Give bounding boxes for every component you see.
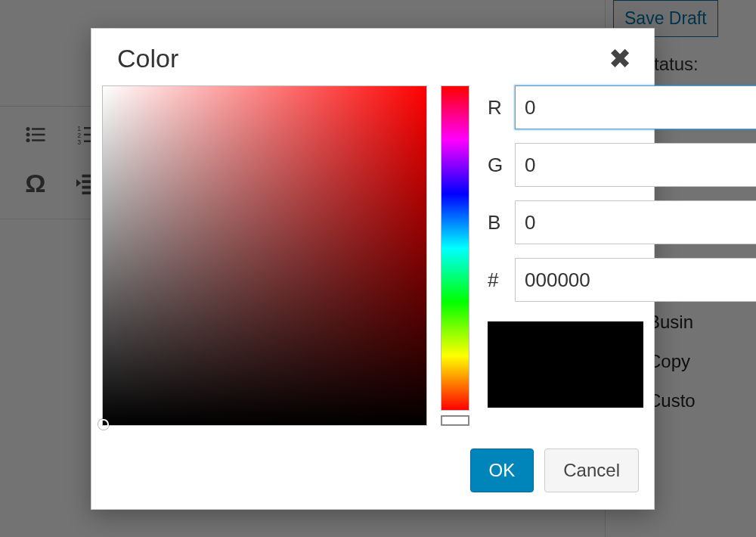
cancel-button[interactable]: Cancel (544, 449, 639, 492)
sv-cursor[interactable] (98, 419, 109, 430)
b-label: B (488, 211, 504, 234)
r-label: R (488, 96, 504, 120)
b-input[interactable] (515, 200, 756, 244)
dialog-title: Color (117, 44, 178, 73)
color-preview-swatch (488, 321, 643, 408)
dialog-header: Color ✖ (91, 29, 654, 85)
close-icon[interactable]: ✖ (609, 45, 631, 73)
color-inputs: R G B # (488, 85, 643, 408)
dialog-footer: OK Cancel (91, 435, 654, 509)
hex-label: # (488, 268, 504, 292)
hue-indicator (441, 415, 469, 426)
color-picker-dialog: Color ✖ R G B # (91, 28, 655, 510)
hue-slider[interactable] (441, 85, 469, 411)
hex-input[interactable] (515, 258, 756, 302)
g-input[interactable] (515, 143, 756, 187)
ok-button[interactable]: OK (470, 449, 534, 492)
saturation-value-area[interactable] (102, 85, 427, 426)
r-input[interactable] (515, 85, 756, 129)
g-label: G (488, 154, 504, 177)
